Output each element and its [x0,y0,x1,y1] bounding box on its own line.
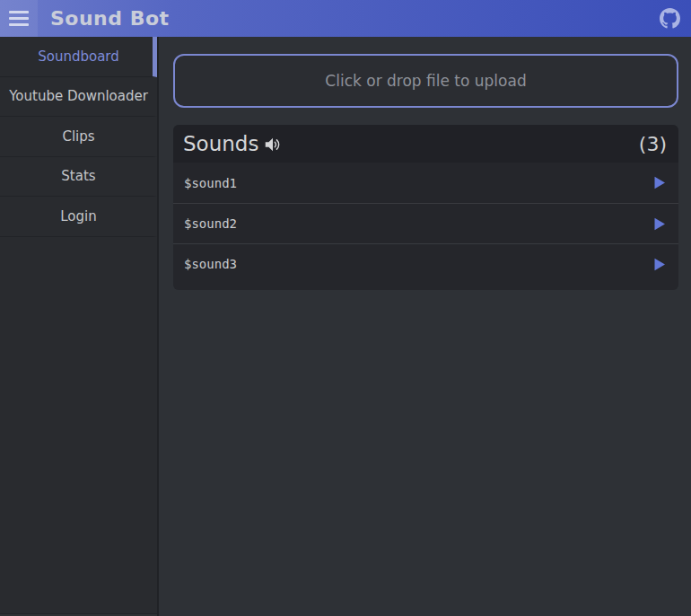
sound-name: $sound3 [184,257,237,271]
github-link[interactable] [658,7,681,31]
sound-row: $sound2 [173,203,678,243]
sidebar-item-soundboard[interactable]: Soundboard [0,37,157,77]
upload-dropzone[interactable]: Click or drop file to upload [173,54,678,108]
play-icon [653,217,666,231]
sounds-panel-header: Sounds (3) [173,125,678,163]
upload-label: Click or drop file to upload [325,72,526,90]
hamburger-icon [9,11,29,26]
app-body: Soundboard Youtube Downloader Clips Stat… [0,37,691,616]
sidebar-item-label: Stats [61,168,95,184]
sounds-count: (3) [639,133,667,155]
speaker-icon [263,135,283,154]
sidebar-item-label: Soundboard [38,48,119,65]
sidebar-item-login[interactable]: Login [0,197,157,237]
sound-row: $sound3 [173,243,678,284]
sound-row: $sound1 [173,163,678,203]
sidebar-item-youtube-downloader[interactable]: Youtube Downloader [0,77,157,118]
sidebar-item-label: Login [60,208,96,224]
sidebar-item-clips[interactable]: Clips [0,117,157,157]
sounds-panel: Sounds (3) $sound1 [173,125,678,290]
sound-name: $sound1 [184,176,237,190]
sound-list: $sound1 $sound2 [173,163,678,290]
app-title: Sound Bot [50,7,170,30]
sounds-title: Sounds [183,132,258,155]
sound-name: $sound2 [184,216,237,231]
sidebar-item-label: Youtube Downloader [9,88,148,104]
play-icon [653,258,666,271]
github-icon [660,8,680,29]
play-button[interactable] [652,257,667,271]
play-icon [653,176,666,189]
app-window: Sound Bot Soundboard Youtube Downloader … [0,0,691,616]
header: Sound Bot [0,0,691,37]
main-content: Click or drop file to upload Sounds (3) … [159,37,691,616]
sidebar-item-label: Clips [62,128,94,145]
sidebar-item-stats[interactable]: Stats [0,157,157,198]
sidebar: Soundboard Youtube Downloader Clips Stat… [0,37,159,616]
play-button[interactable] [652,176,667,190]
menu-button[interactable] [0,0,38,37]
sidebar-spacer [0,237,157,614]
play-button[interactable] [652,216,667,231]
